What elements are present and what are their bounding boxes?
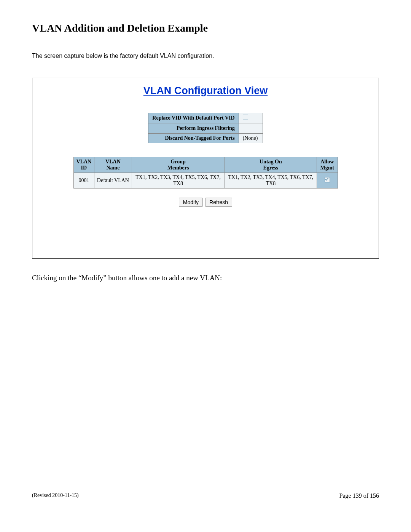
checkbox-checked-icon[interactable] <box>325 177 330 182</box>
setting-row-ingress: Perform Ingress Filtering <box>148 123 263 134</box>
table-row: 0001 Default VLAN TX1, TX2, TX3, TX4, TX… <box>73 173 338 189</box>
ingress-label: Perform Ingress Filtering <box>148 123 239 134</box>
cell-allow <box>317 173 338 189</box>
footer: (Revised 2010-11-15) Page 139 of 156 <box>32 492 379 499</box>
replace-vid-value <box>239 113 263 123</box>
settings-table: Replace VID With Default Port VID Perfor… <box>148 113 263 143</box>
cell-name: Default VLAN <box>94 173 132 189</box>
refresh-button[interactable]: Refresh <box>205 198 232 207</box>
cell-group: TX1, TX2, TX3, TX4, TX5, TX6, TX7, TX8 <box>132 173 225 189</box>
col-allow: AllowMgmt <box>317 157 338 173</box>
cell-untag: TX1, TX2, TX3, TX4, TX5, TX6, TX7, TX8 <box>225 173 317 189</box>
outtro-text: Clicking on the “Modify” button allows o… <box>32 274 379 282</box>
col-id: VLANID <box>73 157 94 173</box>
checkbox-icon[interactable] <box>243 115 248 120</box>
table-header-row: VLANID VLANName GroupMembers Untag OnEgr… <box>73 157 338 173</box>
screenshot-title: VLAN Configuration View <box>40 85 371 97</box>
button-row: Modify Refresh <box>40 198 371 207</box>
col-group: GroupMembers <box>132 157 225 173</box>
revised-label: (Revised 2010-11-15) <box>32 492 79 499</box>
cell-id: 0001 <box>73 173 94 189</box>
vlan-table: VLANID VLANName GroupMembers Untag OnEgr… <box>73 157 338 189</box>
discard-value: (None) <box>239 134 263 143</box>
modify-button[interactable]: Modify <box>179 198 203 207</box>
page-title: VLAN Addition and Deletion Example <box>32 22 379 34</box>
setting-row-replace-vid: Replace VID With Default Port VID <box>148 113 263 123</box>
col-name: VLANName <box>94 157 132 173</box>
screenshot-frame: VLAN Configuration View Replace VID With… <box>32 78 379 259</box>
ingress-value <box>239 123 263 134</box>
setting-row-discard: Discard Non-Tagged For Ports (None) <box>148 134 263 143</box>
page-number: Page 139 of 156 <box>339 492 379 499</box>
col-untag: Untag OnEgress <box>225 157 317 173</box>
replace-vid-label: Replace VID With Default Port VID <box>148 113 239 123</box>
discard-label: Discard Non-Tagged For Ports <box>148 134 239 143</box>
checkbox-icon[interactable] <box>243 125 248 130</box>
intro-text: The screen capture below is the factory … <box>32 53 379 59</box>
